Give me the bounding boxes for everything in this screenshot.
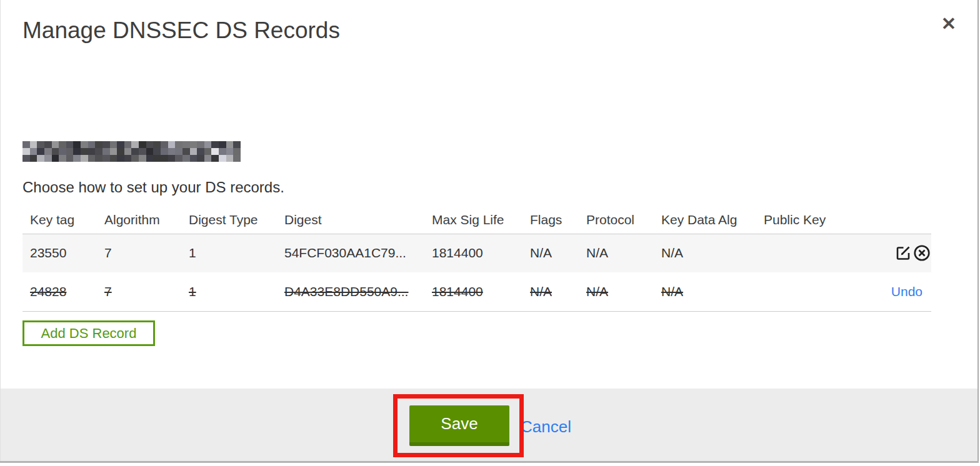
modal-bottom-edge: [0, 461, 979, 463]
column-header-max-sig-life: Max Sig Life: [424, 206, 522, 234]
cell-public-key: [756, 272, 838, 311]
cell-algorithm: 7: [97, 234, 181, 272]
column-header-key-tag: Key tag: [22, 206, 97, 234]
page-title: Manage DNSSEC DS Records: [22, 17, 340, 44]
edit-icon: [894, 244, 912, 262]
save-button[interactable]: Save: [409, 405, 509, 446]
table-header-row: Key tag Algorithm Digest Type Digest Max…: [22, 206, 931, 234]
table-row-deleted: 24828 7 1 D4A33E8DD550A9... 1814400 N/A …: [22, 272, 931, 311]
cell-protocol: N/A: [579, 234, 654, 272]
cell-max-sig-life: 1814400: [424, 272, 522, 311]
close-icon: ✕: [941, 15, 956, 33]
cell-key-tag: 24828: [22, 272, 97, 311]
modal-left-edge: [0, 0, 1, 461]
column-header-key-data-alg: Key Data Alg: [654, 206, 756, 234]
instruction-text: Choose how to set up your DS records.: [22, 179, 284, 196]
column-header-digest-type: Digest Type: [181, 206, 277, 234]
cell-algorithm: 7: [97, 272, 181, 311]
undo-link[interactable]: Undo: [891, 284, 931, 299]
cell-flags: N/A: [522, 272, 579, 311]
column-header-digest: Digest: [277, 206, 424, 234]
delete-circle-x-icon: [912, 244, 931, 262]
delete-record-button[interactable]: [912, 244, 931, 262]
column-header-protocol: Protocol: [579, 206, 654, 234]
cell-key-data-alg: N/A: [654, 234, 756, 272]
column-header-flags: Flags: [522, 206, 579, 234]
manage-dnssec-modal: Manage DNSSEC DS Records ✕ Choose how to…: [0, 0, 980, 466]
close-button[interactable]: ✕: [936, 11, 961, 36]
cell-max-sig-life: 1814400: [424, 234, 522, 272]
cell-digest-type: 1: [181, 234, 277, 272]
table-row: 23550 7 1 54FCF030AA1C79... 1814400 N/A …: [22, 234, 931, 272]
add-ds-record-button[interactable]: Add DS Record: [22, 320, 155, 346]
cell-digest: 54FCF030AA1C79...: [277, 234, 424, 272]
cell-public-key: [756, 234, 838, 272]
cell-key-data-alg: N/A: [654, 272, 756, 311]
column-header-public-key: Public Key: [756, 206, 838, 234]
column-header-algorithm: Algorithm: [97, 206, 181, 234]
cell-protocol: N/A: [579, 272, 654, 311]
modal-right-edge: [978, 0, 979, 462]
cell-digest-type: 1: [181, 272, 277, 311]
cell-digest: D4A33E8DD550A9...: [277, 272, 424, 311]
edit-record-button[interactable]: [894, 244, 912, 262]
cancel-link[interactable]: Cancel: [521, 417, 571, 437]
ds-records-table: Key tag Algorithm Digest Type Digest Max…: [22, 206, 931, 312]
cell-flags: N/A: [522, 234, 579, 272]
redacted-domain-text: [22, 141, 241, 162]
cell-key-tag: 23550: [22, 234, 97, 272]
